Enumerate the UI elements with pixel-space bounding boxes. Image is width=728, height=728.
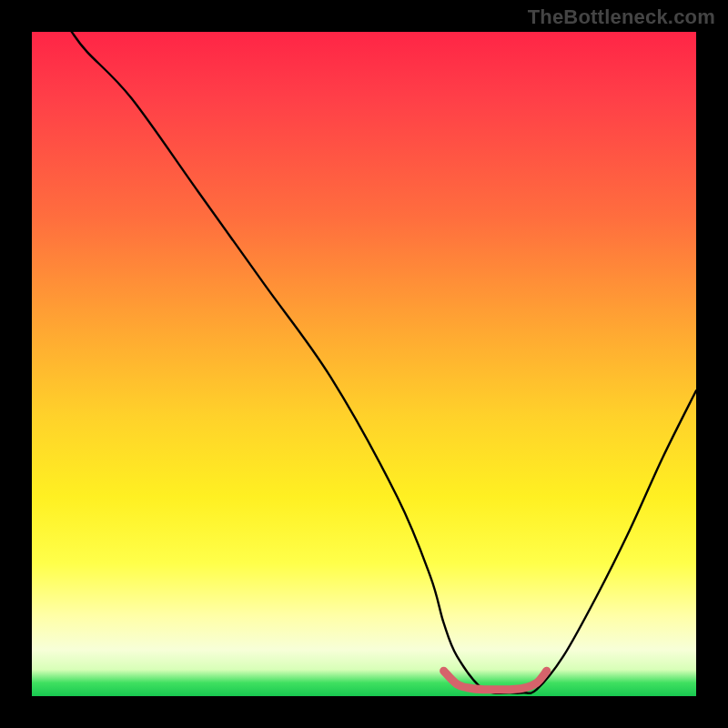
chart-frame: TheBottleneck.com: [0, 0, 728, 728]
watermark-text: TheBottleneck.com: [528, 5, 715, 29]
bottom-highlight-segment: [444, 671, 547, 690]
curve-svg: [32, 32, 696, 696]
plot-area: [32, 32, 696, 696]
main-curve-line: [72, 32, 696, 693]
